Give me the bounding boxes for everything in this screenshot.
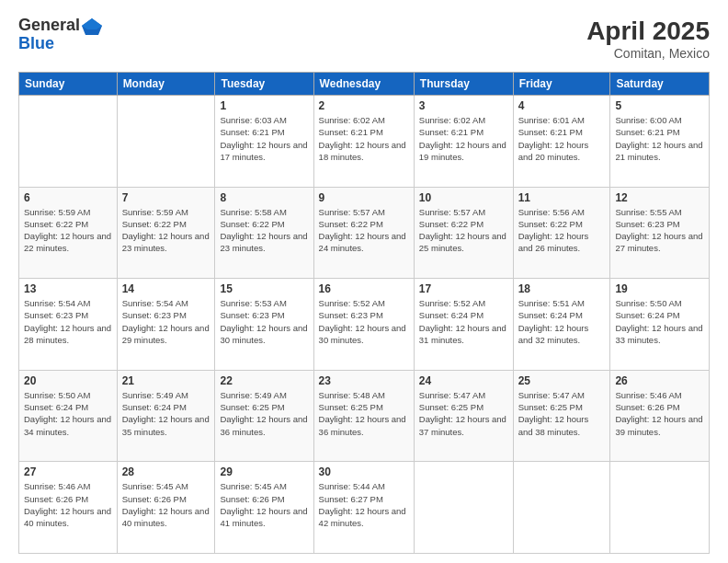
day-info: Sunrise: 5:45 AM Sunset: 6:26 PM Dayligh… (122, 480, 210, 529)
day-number: 1 (220, 99, 308, 112)
day-number: 10 (419, 191, 508, 204)
day-cell: 10Sunrise: 5:57 AM Sunset: 6:22 PM Dayli… (414, 187, 513, 279)
day-number: 13 (24, 282, 112, 295)
week-row-4: 20Sunrise: 5:50 AM Sunset: 6:24 PM Dayli… (19, 370, 710, 462)
day-cell: 17Sunrise: 5:52 AM Sunset: 6:24 PM Dayli… (414, 279, 513, 371)
day-header-wednesday: Wednesday (313, 73, 414, 96)
day-number: 9 (319, 191, 409, 204)
day-number: 28 (122, 465, 210, 478)
day-number: 5 (615, 99, 704, 112)
day-number: 30 (319, 465, 409, 478)
day-number: 2 (319, 99, 409, 112)
day-info: Sunrise: 6:00 AM Sunset: 6:21 PM Dayligh… (615, 114, 704, 163)
day-header-friday: Friday (513, 73, 610, 96)
logo-flag-icon (82, 17, 102, 35)
day-number: 21 (122, 374, 210, 387)
day-number: 6 (24, 191, 112, 204)
week-row-1: 1Sunrise: 6:03 AM Sunset: 6:21 PM Daylig… (19, 96, 710, 188)
day-cell (19, 96, 118, 188)
week-row-2: 6Sunrise: 5:59 AM Sunset: 6:22 PM Daylig… (19, 187, 710, 279)
day-number: 29 (220, 465, 308, 478)
day-cell: 12Sunrise: 5:55 AM Sunset: 6:23 PM Dayli… (610, 187, 710, 279)
day-info: Sunrise: 5:50 AM Sunset: 6:24 PM Dayligh… (24, 389, 112, 438)
day-info: Sunrise: 5:52 AM Sunset: 6:23 PM Dayligh… (319, 297, 409, 346)
day-info: Sunrise: 5:54 AM Sunset: 6:23 PM Dayligh… (122, 297, 210, 346)
day-info: Sunrise: 6:02 AM Sunset: 6:21 PM Dayligh… (319, 114, 409, 163)
logo-general-text: General (18, 17, 80, 35)
day-info: Sunrise: 6:01 AM Sunset: 6:21 PM Dayligh… (518, 114, 606, 163)
day-info: Sunrise: 5:44 AM Sunset: 6:27 PM Dayligh… (319, 480, 409, 529)
day-info: Sunrise: 5:54 AM Sunset: 6:23 PM Dayligh… (24, 297, 112, 346)
day-cell: 1Sunrise: 6:03 AM Sunset: 6:21 PM Daylig… (215, 96, 313, 188)
day-cell: 14Sunrise: 5:54 AM Sunset: 6:23 PM Dayli… (117, 279, 215, 371)
svg-marker-1 (82, 18, 102, 29)
day-cell: 27Sunrise: 5:46 AM Sunset: 6:26 PM Dayli… (19, 462, 118, 554)
day-info: Sunrise: 5:59 AM Sunset: 6:22 PM Dayligh… (24, 206, 112, 255)
day-cell: 15Sunrise: 5:53 AM Sunset: 6:23 PM Dayli… (215, 279, 313, 371)
day-number: 23 (319, 374, 409, 387)
day-number: 15 (220, 282, 308, 295)
day-info: Sunrise: 5:48 AM Sunset: 6:25 PM Dayligh… (319, 389, 409, 438)
day-cell: 8Sunrise: 5:58 AM Sunset: 6:22 PM Daylig… (215, 187, 313, 279)
day-number: 7 (122, 191, 210, 204)
day-cell: 11Sunrise: 5:56 AM Sunset: 6:22 PM Dayli… (513, 187, 610, 279)
day-cell: 5Sunrise: 6:00 AM Sunset: 6:21 PM Daylig… (610, 96, 710, 188)
calendar-title: April 2025 (586, 17, 710, 46)
day-info: Sunrise: 5:58 AM Sunset: 6:22 PM Dayligh… (220, 206, 308, 255)
day-info: Sunrise: 5:49 AM Sunset: 6:24 PM Dayligh… (122, 389, 210, 438)
day-info: Sunrise: 5:56 AM Sunset: 6:22 PM Dayligh… (518, 206, 606, 255)
day-info: Sunrise: 5:52 AM Sunset: 6:24 PM Dayligh… (419, 297, 508, 346)
day-cell (414, 462, 513, 554)
day-cell: 20Sunrise: 5:50 AM Sunset: 6:24 PM Dayli… (19, 370, 118, 462)
week-row-3: 13Sunrise: 5:54 AM Sunset: 6:23 PM Dayli… (19, 279, 710, 371)
day-cell: 13Sunrise: 5:54 AM Sunset: 6:23 PM Dayli… (19, 279, 118, 371)
logo: General Blue (18, 17, 102, 53)
day-number: 26 (615, 374, 704, 387)
day-cell: 18Sunrise: 5:51 AM Sunset: 6:24 PM Dayli… (513, 279, 610, 371)
day-number: 18 (518, 282, 606, 295)
day-cell: 24Sunrise: 5:47 AM Sunset: 6:25 PM Dayli… (414, 370, 513, 462)
day-info: Sunrise: 5:47 AM Sunset: 6:25 PM Dayligh… (419, 389, 508, 438)
day-header-monday: Monday (117, 73, 215, 96)
calendar-table: SundayMondayTuesdayWednesdayThursdayFrid… (18, 72, 710, 554)
day-cell (117, 96, 215, 188)
day-number: 27 (24, 465, 112, 478)
day-info: Sunrise: 5:53 AM Sunset: 6:23 PM Dayligh… (220, 297, 308, 346)
day-number: 3 (419, 99, 508, 112)
day-cell: 6Sunrise: 5:59 AM Sunset: 6:22 PM Daylig… (19, 187, 118, 279)
day-cell (610, 462, 710, 554)
day-info: Sunrise: 6:03 AM Sunset: 6:21 PM Dayligh… (220, 114, 308, 163)
day-cell: 16Sunrise: 5:52 AM Sunset: 6:23 PM Dayli… (313, 279, 414, 371)
day-number: 14 (122, 282, 210, 295)
day-header-thursday: Thursday (414, 73, 513, 96)
day-number: 17 (419, 282, 508, 295)
header-row: SundayMondayTuesdayWednesdayThursdayFrid… (19, 73, 710, 96)
day-info: Sunrise: 5:45 AM Sunset: 6:26 PM Dayligh… (220, 480, 308, 529)
day-info: Sunrise: 5:57 AM Sunset: 6:22 PM Dayligh… (419, 206, 508, 255)
day-number: 8 (220, 191, 308, 204)
day-cell: 30Sunrise: 5:44 AM Sunset: 6:27 PM Dayli… (313, 462, 414, 554)
day-cell: 3Sunrise: 6:02 AM Sunset: 6:21 PM Daylig… (414, 96, 513, 188)
day-info: Sunrise: 5:59 AM Sunset: 6:22 PM Dayligh… (122, 206, 210, 255)
day-info: Sunrise: 5:47 AM Sunset: 6:25 PM Dayligh… (518, 389, 606, 438)
logo-blue-text: Blue (18, 35, 102, 53)
day-number: 12 (615, 191, 704, 204)
day-number: 25 (518, 374, 606, 387)
week-row-5: 27Sunrise: 5:46 AM Sunset: 6:26 PM Dayli… (19, 462, 710, 554)
day-cell: 9Sunrise: 5:57 AM Sunset: 6:22 PM Daylig… (313, 187, 414, 279)
day-cell: 25Sunrise: 5:47 AM Sunset: 6:25 PM Dayli… (513, 370, 610, 462)
day-info: Sunrise: 5:57 AM Sunset: 6:22 PM Dayligh… (319, 206, 409, 255)
day-number: 22 (220, 374, 308, 387)
day-number: 20 (24, 374, 112, 387)
day-cell (513, 462, 610, 554)
day-info: Sunrise: 5:55 AM Sunset: 6:23 PM Dayligh… (615, 206, 704, 255)
day-info: Sunrise: 5:51 AM Sunset: 6:24 PM Dayligh… (518, 297, 606, 346)
day-cell: 26Sunrise: 5:46 AM Sunset: 6:26 PM Dayli… (610, 370, 710, 462)
day-number: 24 (419, 374, 508, 387)
day-cell: 22Sunrise: 5:49 AM Sunset: 6:25 PM Dayli… (215, 370, 313, 462)
day-cell: 7Sunrise: 5:59 AM Sunset: 6:22 PM Daylig… (117, 187, 215, 279)
header: General Blue April 2025 Comitan, Mexico (18, 17, 710, 61)
day-cell: 2Sunrise: 6:02 AM Sunset: 6:21 PM Daylig… (313, 96, 414, 188)
day-info: Sunrise: 5:49 AM Sunset: 6:25 PM Dayligh… (220, 389, 308, 438)
day-number: 11 (518, 191, 606, 204)
